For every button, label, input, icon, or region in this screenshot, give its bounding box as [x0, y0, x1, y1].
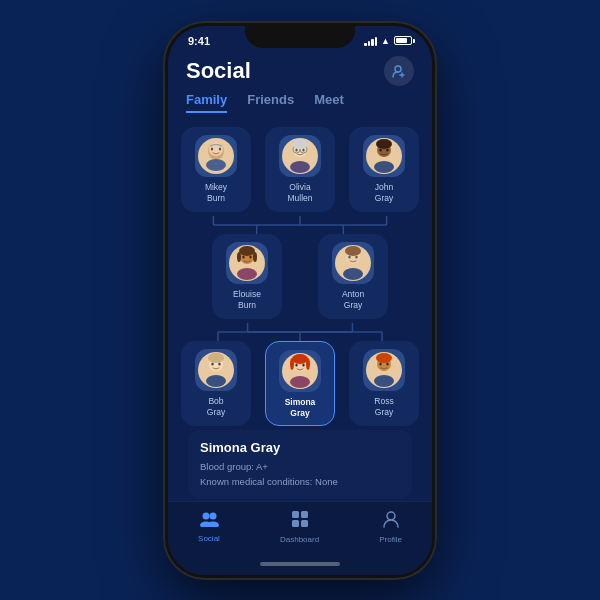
person-elouise[interactable]: ElouiseBurn [212, 234, 282, 319]
tab-bar: Family Friends Meet [168, 92, 432, 113]
profile-icon [382, 510, 400, 532]
signal-icon [364, 36, 377, 46]
avatar-mikey [195, 135, 237, 177]
svg-point-11 [295, 148, 297, 151]
family-tree: MikeyBurn [168, 121, 432, 501]
svg-point-44 [343, 268, 363, 280]
svg-point-69 [386, 362, 388, 365]
nav-dashboard[interactable]: Dashboard [280, 510, 319, 544]
nav-profile-label: Profile [379, 535, 402, 544]
svg-point-70 [376, 353, 392, 363]
svg-point-61 [302, 363, 304, 366]
children-row: BobGray [178, 341, 422, 426]
battery-icon [394, 36, 412, 45]
avatar-anton [332, 242, 374, 284]
avatar-simona [279, 350, 321, 392]
grandparents-row: MikeyBurn [178, 127, 422, 212]
svg-point-68 [379, 362, 381, 365]
name-mikey: MikeyBurn [205, 182, 227, 204]
name-bob: BobGray [207, 396, 225, 418]
blood-group: Blood group: A+ [200, 459, 400, 474]
status-icons: ▲ [364, 36, 412, 46]
svg-point-36 [237, 252, 241, 262]
nav-dashboard-label: Dashboard [280, 535, 319, 544]
svg-point-60 [295, 363, 297, 366]
name-olivia: OliviaMullen [287, 182, 312, 204]
svg-point-22 [376, 139, 392, 149]
svg-point-56 [208, 353, 224, 363]
svg-point-65 [290, 376, 310, 388]
bottom-navigation: Social Dashboard [168, 501, 432, 553]
notch [245, 26, 355, 48]
svg-point-37 [253, 252, 257, 262]
person-olivia[interactable]: OliviaMullen [265, 127, 335, 212]
svg-point-72 [202, 513, 209, 520]
svg-point-16 [292, 139, 308, 149]
svg-point-33 [242, 255, 244, 258]
tab-friends[interactable]: Friends [247, 92, 294, 113]
avatar-ross [363, 349, 405, 391]
avatar-elouise [226, 242, 268, 284]
svg-point-71 [374, 375, 394, 387]
svg-point-63 [290, 358, 294, 370]
svg-rect-79 [301, 520, 308, 527]
phone-frame: 9:41 ▲ Social [165, 23, 435, 578]
person-simona[interactable]: SimonaGray [265, 341, 335, 426]
svg-point-6 [211, 147, 213, 150]
person-add-button[interactable] [384, 56, 414, 86]
status-time: 9:41 [188, 35, 210, 47]
parents-row: ElouiseBurn [178, 234, 422, 319]
medical-conditions: Known medical conditions: None [200, 474, 400, 489]
dashboard-icon [291, 510, 309, 532]
phone-screen: 9:41 ▲ Social [168, 26, 432, 575]
wifi-icon: ▲ [381, 36, 390, 46]
svg-point-38 [237, 268, 257, 280]
nav-profile[interactable]: Profile [379, 510, 402, 544]
svg-point-64 [306, 358, 310, 370]
svg-point-54 [211, 362, 213, 365]
social-icon [199, 511, 219, 531]
person-ross[interactable]: RossGray [349, 341, 419, 426]
svg-rect-77 [301, 511, 308, 518]
nav-social[interactable]: Social [198, 511, 220, 543]
name-ross: RossGray [374, 396, 393, 418]
svg-point-80 [387, 512, 395, 520]
tab-meet[interactable]: Meet [314, 92, 344, 113]
svg-point-62 [292, 354, 308, 364]
svg-point-55 [218, 362, 220, 365]
name-john: JohnGray [375, 182, 393, 204]
avatar-john [363, 135, 405, 177]
avatar-bob [195, 349, 237, 391]
tab-family[interactable]: Family [186, 92, 227, 113]
svg-rect-78 [292, 520, 299, 527]
svg-point-17 [290, 161, 310, 173]
page-title: Social [186, 58, 251, 84]
home-bar[interactable] [260, 562, 340, 566]
svg-point-43 [345, 246, 361, 256]
svg-rect-76 [292, 511, 299, 518]
svg-point-20 [379, 148, 382, 151]
svg-point-7 [219, 147, 221, 150]
person-mikey[interactable]: MikeyBurn [181, 127, 251, 212]
person-anton[interactable]: AntonGray [318, 234, 388, 319]
svg-point-8 [206, 159, 226, 171]
avatar-olivia [279, 135, 321, 177]
svg-point-0 [395, 66, 401, 72]
svg-point-34 [249, 255, 251, 258]
home-indicator [168, 553, 432, 575]
svg-point-42 [355, 255, 357, 258]
svg-point-23 [374, 161, 394, 173]
svg-point-35 [239, 246, 255, 256]
svg-point-21 [386, 148, 389, 151]
nav-social-label: Social [198, 534, 220, 543]
svg-point-41 [348, 255, 350, 258]
selected-person-panel: Simona Gray Blood group: A+ Known medica… [188, 430, 412, 499]
svg-point-12 [302, 148, 304, 151]
name-simona: SimonaGray [285, 397, 316, 419]
name-anton: AntonGray [342, 289, 364, 311]
svg-point-57 [206, 375, 226, 387]
name-elouise: ElouiseBurn [233, 289, 261, 311]
person-john[interactable]: JohnGray [349, 127, 419, 212]
person-bob[interactable]: BobGray [181, 341, 251, 426]
svg-point-73 [209, 513, 216, 520]
